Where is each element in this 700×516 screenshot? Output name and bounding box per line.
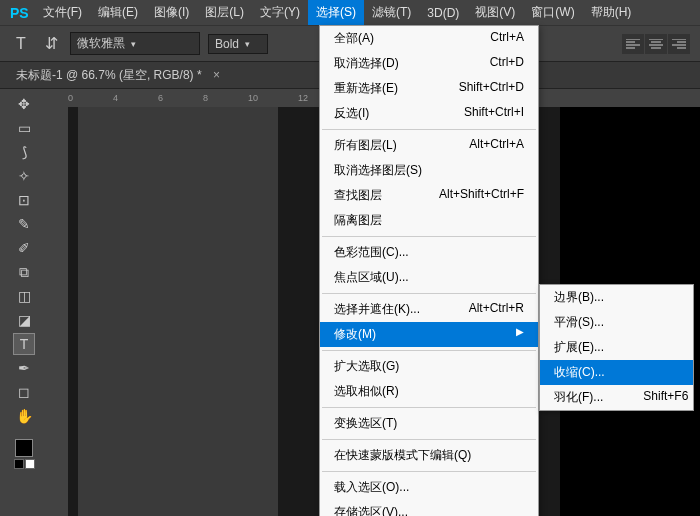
menu-select[interactable]: 选择(S)	[308, 0, 364, 25]
menu-view[interactable]: 视图(V)	[467, 0, 523, 25]
document-tab[interactable]: 未标题-1 @ 66.7% (星空, RGB/8) * ×	[10, 67, 226, 84]
select-menu-item-16[interactable]: 扩大选取(G)	[320, 354, 538, 379]
select-menu-item-8[interactable]: 隔离图层	[320, 208, 538, 233]
select-menu-item-23[interactable]: 载入选区(O)...	[320, 475, 538, 500]
modify-submenu-popup: 边界(B)...平滑(S)...扩展(E)...收缩(C)...羽化(F)...…	[539, 284, 694, 411]
select-menu-item-0[interactable]: 全部(A)Ctrl+A	[320, 26, 538, 51]
eraser-tool[interactable]: ◫	[13, 285, 35, 307]
modify-submenu-item-1[interactable]: 平滑(S)...	[540, 310, 693, 335]
ruler-vertical	[48, 107, 68, 516]
font-family-value: 微软雅黑	[77, 35, 125, 52]
tab-title: 未标题-1 @ 66.7% (星空, RGB/8) *	[16, 68, 202, 82]
font-weight-value: Bold	[215, 37, 239, 51]
align-center-button[interactable]	[645, 34, 667, 54]
menubar: PS 文件(F) 编辑(E) 图像(I) 图层(L) 文字(Y) 选择(S) 滤…	[0, 0, 700, 25]
select-menu-item-21[interactable]: 在快速蒙版模式下编辑(Q)	[320, 443, 538, 468]
canvas-content	[78, 107, 278, 516]
hand-tool[interactable]: ✋	[13, 405, 35, 427]
menu-help[interactable]: 帮助(H)	[583, 0, 640, 25]
select-menu-item-11[interactable]: 焦点区域(U)...	[320, 265, 538, 290]
menu-type[interactable]: 文字(Y)	[252, 0, 308, 25]
align-left-button[interactable]	[622, 34, 644, 54]
modify-submenu-item-3[interactable]: 收缩(C)...	[540, 360, 693, 385]
select-menu-item-1[interactable]: 取消选择(D)Ctrl+D	[320, 51, 538, 76]
select-menu-item-17[interactable]: 选取相似(R)	[320, 379, 538, 404]
text-align-group	[622, 34, 690, 54]
menu-3d[interactable]: 3D(D)	[419, 2, 467, 24]
font-family-dropdown[interactable]: 微软雅黑 ▾	[70, 32, 200, 55]
menu-image[interactable]: 图像(I)	[146, 0, 197, 25]
select-menu-item-7[interactable]: 查找图层Alt+Shift+Ctrl+F	[320, 183, 538, 208]
pen-tool[interactable]: ✒	[13, 357, 35, 379]
foreground-color[interactable]	[15, 439, 33, 457]
chevron-down-icon: ▾	[245, 39, 250, 49]
color-swatches[interactable]	[4, 439, 44, 469]
select-menu-popup: 全部(A)Ctrl+A取消选择(D)Ctrl+D重新选择(E)Shift+Ctr…	[319, 25, 539, 516]
text-tool-icon: T	[10, 33, 32, 55]
crop-tool[interactable]: ⊡	[13, 189, 35, 211]
menu-layer[interactable]: 图层(L)	[197, 0, 252, 25]
select-menu-item-5[interactable]: 所有图层(L)Alt+Ctrl+A	[320, 133, 538, 158]
gradient-tool[interactable]: ◪	[13, 309, 35, 331]
eyedropper-tool[interactable]: ✎	[13, 213, 35, 235]
default-colors[interactable]	[14, 459, 35, 469]
move-tool[interactable]: ✥	[13, 93, 35, 115]
font-weight-dropdown[interactable]: Bold ▾	[208, 34, 268, 54]
modify-submenu-item-4[interactable]: 羽化(F)...Shift+F6	[540, 385, 693, 410]
menu-file[interactable]: 文件(F)	[35, 0, 90, 25]
select-menu-item-24[interactable]: 存储选区(V)...	[320, 500, 538, 516]
brush-tool[interactable]: ✐	[13, 237, 35, 259]
shape-tool[interactable]: ◻	[13, 381, 35, 403]
select-menu-item-19[interactable]: 变换选区(T)	[320, 411, 538, 436]
select-menu-item-6[interactable]: 取消选择图层(S)	[320, 158, 538, 183]
select-menu-item-2[interactable]: 重新选择(E)Shift+Ctrl+D	[320, 76, 538, 101]
menu-edit[interactable]: 编辑(E)	[90, 0, 146, 25]
chevron-down-icon: ▾	[131, 39, 136, 49]
select-menu-item-3[interactable]: 反选(I)Shift+Ctrl+I	[320, 101, 538, 126]
select-menu-item-14[interactable]: 修改(M)▶	[320, 322, 538, 347]
menu-window[interactable]: 窗口(W)	[523, 0, 582, 25]
select-menu-item-10[interactable]: 色彩范围(C)...	[320, 240, 538, 265]
select-menu-item-13[interactable]: 选择并遮住(K)...Alt+Ctrl+R	[320, 297, 538, 322]
close-icon[interactable]: ×	[213, 68, 220, 82]
clone-tool[interactable]: ⧉	[13, 261, 35, 283]
marquee-tool[interactable]: ▭	[13, 117, 35, 139]
align-right-button[interactable]	[668, 34, 690, 54]
modify-submenu-item-0[interactable]: 边界(B)...	[540, 285, 693, 310]
menu-filter[interactable]: 滤镜(T)	[364, 0, 419, 25]
tools-panel: ✥ ▭ ⟆ ✧ ⊡ ✎ ✐ ⧉ ◫ ◪ T ✒ ◻ ✋	[0, 89, 48, 516]
text-orientation-icon[interactable]: ⇵	[40, 33, 62, 55]
app-logo: PS	[4, 5, 35, 21]
type-tool[interactable]: T	[13, 333, 35, 355]
lasso-tool[interactable]: ⟆	[13, 141, 35, 163]
wand-tool[interactable]: ✧	[13, 165, 35, 187]
modify-submenu-item-2[interactable]: 扩展(E)...	[540, 335, 693, 360]
